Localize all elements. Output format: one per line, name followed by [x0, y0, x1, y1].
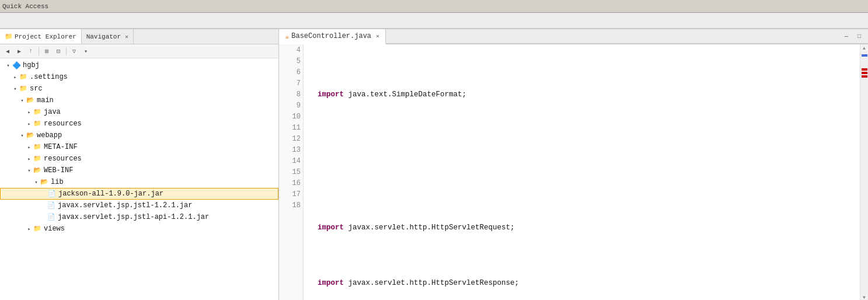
scrollbar-track[interactable] [860, 53, 868, 295]
tree-item-hgbj[interactable]: ▾ 🔷 hgbj [0, 60, 278, 71]
tree-label-resources-webapp: resources [44, 155, 82, 163]
tree-item-web-inf[interactable]: ▾ 📂 WEB-INF [0, 165, 278, 176]
right-panel: ☕ BaseController.java ✕ — □ 4 5 6 7 8 9 … [279, 29, 868, 300]
line-num-6: 6 [281, 67, 301, 78]
scroll-up-arrow[interactable]: ▲ [863, 46, 866, 51]
tree-label-jackson: jackson-all-1.9.0-jar.jar [58, 190, 163, 198]
forward-button[interactable]: ▶ [14, 46, 25, 57]
arrow-java[interactable]: ▸ [26, 109, 33, 116]
menu-button[interactable]: ▾ [81, 46, 91, 57]
arrow-src[interactable]: ▾ [12, 86, 19, 92]
window-title: Quick Access [2, 3, 48, 10]
tree-item-jackson-jar[interactable]: 📄 jackson-all-1.9.0-jar.jar [0, 188, 278, 200]
java-file-icon: ☕ [285, 32, 289, 41]
code-content[interactable]: import java.text.SimpleDateFormat; impor… [304, 44, 860, 300]
right-scrollbar[interactable]: ▲ ▼ [860, 44, 868, 300]
folder-icon-settings: 📁 [19, 73, 28, 81]
tree-label-jstl-api: javax.servlet.jsp.jstl-api-1.2.1.jar [58, 213, 209, 221]
editor-toolbar-right: — □ [838, 29, 868, 43]
code-text-7: javax.servlet.http.HttpServletResponse; [344, 278, 519, 289]
menu-down-button[interactable]: ▽ [69, 46, 79, 57]
tree-item-meta-inf[interactable]: ▸ 📁 META-INF [0, 141, 278, 153]
arrow-resources-main[interactable]: ▸ [26, 121, 33, 127]
tree-item-resources-webapp[interactable]: ▸ 📁 resources [0, 153, 278, 165]
line-numbers: 4 5 6 7 8 9 10 11 12 13 14 15 16 17 18 [279, 44, 304, 300]
code-line-7: import javax.servlet.http.HttpServletRes… [308, 278, 860, 289]
tab-navigator[interactable]: Navigator ✕ [82, 29, 134, 44]
arrow-hgbj[interactable]: ▾ [5, 62, 12, 69]
arrow-meta-inf[interactable]: ▸ [26, 144, 33, 151]
left-toolbar: ◀ ▶ ↑ ⊠ ⊡ ▽ ▾ [0, 44, 278, 58]
folder-icon-resources-webapp: 📁 [33, 155, 42, 163]
tab-project-explorer[interactable]: 📁 Project Explorer [0, 29, 82, 44]
close-navigator-icon[interactable]: ✕ [125, 33, 128, 40]
left-tab-bar: 📁 Project Explorer Navigator ✕ [0, 29, 278, 44]
toolbar-sep-2 [66, 47, 67, 55]
folder-icon-webapp: 📂 [26, 131, 35, 139]
tree-label-java: java [44, 108, 61, 116]
line-num-4: 4 [281, 45, 301, 56]
project-explorer-icon: 📁 [5, 33, 13, 40]
tree-item-java[interactable]: ▸ 📁 java [0, 106, 278, 118]
arrow-web-inf[interactable]: ▾ [26, 168, 33, 174]
code-area: 4 5 6 7 8 9 10 11 12 13 14 15 16 17 18 [279, 44, 868, 300]
line-num-15: 15 [281, 167, 301, 178]
minimize-editor-button[interactable]: — [841, 31, 852, 41]
tree-item-settings[interactable]: ▸ 📁 .settings [0, 71, 278, 83]
kw-import-7: import [318, 278, 344, 289]
up-button[interactable]: ↑ [26, 46, 36, 57]
scroll-marker-3 [862, 72, 867, 74]
arrow-lib[interactable]: ▾ [33, 179, 40, 186]
line-num-10: 10 [281, 111, 301, 123]
line-num-7: 7 [281, 78, 301, 89]
arrow-views[interactable]: ▸ [26, 226, 33, 232]
tree-label-settings: .settings [30, 73, 68, 81]
editor-tab-bar: ☕ BaseController.java ✕ — □ [279, 29, 868, 44]
project-icon-hgbj: 🔷 [12, 61, 21, 69]
arrow-main[interactable]: ▾ [19, 97, 26, 104]
tree-item-main[interactable]: ▾ 📂 main [0, 95, 278, 106]
folder-icon-src: 📁 [19, 85, 28, 93]
tree-item-src[interactable]: ▾ 📁 src [0, 83, 278, 95]
code-line-5 [308, 145, 860, 178]
line-num-12: 12 [281, 134, 301, 145]
line-num-18: 18 [281, 200, 301, 211]
tab-navigator-label: Navigator [86, 33, 121, 40]
maximize-editor-button[interactable]: □ [854, 31, 864, 41]
jar-icon-jackson: 📄 [47, 190, 57, 198]
code-text-4: java.text.SimpleDateFormat; [344, 89, 466, 100]
tree-label-meta-inf: META-INF [44, 143, 78, 151]
link-button[interactable]: ⊡ [53, 46, 64, 57]
scroll-down-arrow[interactable]: ▼ [863, 295, 866, 300]
left-panel: 📁 Project Explorer Navigator ✕ ◀ ▶ ↑ ⊠ ⊡… [0, 29, 279, 300]
top-bar: Quick Access [0, 0, 868, 13]
arrow-resources-webapp[interactable]: ▸ [26, 156, 33, 162]
arrow-webapp[interactable]: ▾ [19, 132, 26, 139]
collapse-button[interactable]: ⊠ [41, 46, 52, 57]
tree-item-webapp[interactable]: ▾ 📂 webapp [0, 130, 278, 141]
scroll-marker-2 [862, 68, 867, 71]
arrow-settings[interactable]: ▸ [12, 74, 19, 81]
tree-item-resources-main[interactable]: ▸ 📁 resources [0, 118, 278, 130]
jar-icon-jstl-api: 📄 [47, 213, 56, 221]
kw-import-4: import [318, 89, 344, 100]
folder-icon-main: 📂 [26, 96, 35, 104]
back-button[interactable]: ◀ [2, 46, 13, 57]
tree-item-lib[interactable]: ▾ 📂 lib [0, 176, 278, 188]
tree-item-views[interactable]: ▸ 📁 views [0, 223, 278, 235]
tab-project-explorer-label: Project Explorer [15, 33, 76, 40]
close-editor-tab-icon[interactable]: ✕ [376, 33, 379, 40]
tree-item-jstl-api-jar[interactable]: 📄 javax.servlet.jsp.jstl-api-1.2.1.jar [0, 211, 278, 223]
editor-tab-label: BaseController.java [291, 32, 371, 40]
line-num-9: 9 [281, 100, 301, 111]
folder-icon-java: 📁 [33, 108, 42, 116]
code-line-4: import java.text.SimpleDateFormat; [308, 89, 860, 100]
line-num-13: 13 [281, 145, 301, 156]
tree-label-src: src [30, 85, 43, 93]
tab-base-controller[interactable]: ☕ BaseController.java ✕ [279, 29, 386, 44]
tree-label-main: main [37, 96, 54, 104]
tree-label-resources-main: resources [44, 120, 82, 128]
jar-icon-jstl: 📄 [47, 201, 56, 210]
tree-label-webapp: webapp [37, 131, 62, 139]
tree-item-jstl-jar[interactable]: 📄 javax.servlet.jsp.jstl-1.2.1.jar [0, 200, 278, 211]
